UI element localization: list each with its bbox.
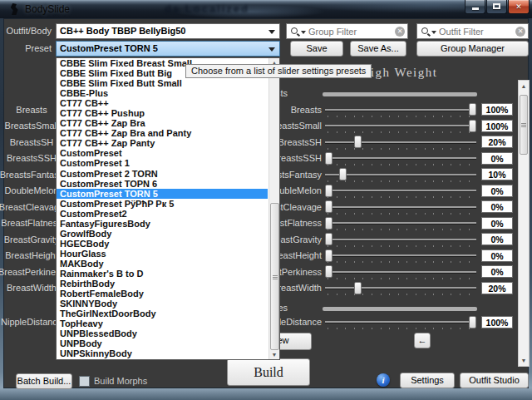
preset-list-item[interactable]: MAKBody xyxy=(57,259,268,269)
preset-list-item[interactable]: UNPSkinnyBody xyxy=(57,348,268,358)
slider-value[interactable]: 0% xyxy=(481,233,513,245)
save-button[interactable]: Save xyxy=(290,41,343,57)
scroll-down-icon[interactable]: ▼ xyxy=(269,350,279,359)
preset-list-item[interactable]: CustomPreset2 xyxy=(57,209,268,219)
slider-thumb[interactable] xyxy=(469,103,476,116)
slider-value[interactable]: 0% xyxy=(481,217,513,230)
outfit-body-combobox[interactable]: CB++ Body TBBP BellyBig50 xyxy=(56,23,280,39)
preset-list-item[interactable]: UNPBody xyxy=(57,338,268,348)
scroll-up-icon[interactable]: ▲ xyxy=(519,81,529,91)
slider-track[interactable] xyxy=(325,157,476,159)
slider-thumb[interactable] xyxy=(325,233,332,245)
slider-value[interactable]: 20% xyxy=(481,282,513,294)
preset-list-item[interactable]: TopHeavy xyxy=(57,319,268,328)
slider-track[interactable] xyxy=(325,190,476,191)
preset-list-item[interactable]: HourGlass xyxy=(57,249,268,259)
slider-thumb[interactable] xyxy=(354,136,362,148)
preset-list-item[interactable]: CT77 CB++ Pushup xyxy=(57,108,268,118)
slider-value[interactable]: 0% xyxy=(481,152,513,165)
preset-list-item[interactable]: CustomPreset 1 xyxy=(57,158,268,168)
preset-list-item[interactable]: CustomPreset xyxy=(57,148,268,158)
preset-list-item[interactable]: CT77 CB++ Zap Panty xyxy=(57,138,268,148)
maximize-icon xyxy=(493,3,500,9)
preset-value: CustomPreset TORN 5 xyxy=(60,43,158,53)
preset-list-item[interactable]: CBBE Slim Fixed Butt Small xyxy=(57,78,268,88)
slider-track[interactable] xyxy=(325,125,476,126)
slider-thumb[interactable] xyxy=(325,185,332,197)
save-as-button[interactable]: Save As... xyxy=(350,41,406,57)
clear-icon[interactable]: ✕ xyxy=(395,27,405,37)
slider-back-button[interactable]: ← xyxy=(414,333,431,348)
preset-list-item[interactable]: FantasyFiguresBody xyxy=(57,219,268,229)
title-bar[interactable]: ds Localized BodySlide ✕ xyxy=(0,0,532,18)
slider-thumb[interactable] xyxy=(325,217,332,230)
outfit-filter-input[interactable] xyxy=(439,25,513,37)
preset-list-item[interactable]: RebirthBody xyxy=(57,279,268,289)
slider-value[interactable]: 100% xyxy=(481,316,513,328)
preset-list-item[interactable]: Rainmaker's B to D xyxy=(57,269,268,279)
group-manager-button[interactable]: Group Manager xyxy=(416,41,529,57)
preset-list-item[interactable]: CustomPreset PÿPħP Pк 5 xyxy=(57,199,268,209)
slider-value[interactable]: 0% xyxy=(481,265,513,278)
slider-value[interactable]: 10% xyxy=(481,168,513,180)
slider-value[interactable]: 100% xyxy=(481,120,513,132)
slider-thumb[interactable] xyxy=(354,282,362,294)
build-button[interactable]: Build xyxy=(227,358,310,386)
clear-icon[interactable]: ✕ xyxy=(515,27,525,37)
slider-track[interactable] xyxy=(325,141,476,143)
slider-panel-scrollbar[interactable]: ▲ ▼ xyxy=(518,80,530,367)
maximize-button[interactable] xyxy=(486,0,507,14)
slider-track[interactable] xyxy=(325,271,476,273)
preset-list-item[interactable]: CustomPreset TOPN 6 xyxy=(57,179,268,189)
preset-list-item[interactable]: TheGirlNextDoorBody xyxy=(57,309,268,319)
preset-list-item[interactable]: CBBE-Plus xyxy=(57,88,268,98)
slider-ticks xyxy=(328,116,475,117)
slider-track[interactable] xyxy=(325,174,476,175)
scrollbar-thumb[interactable] xyxy=(520,95,528,155)
batch-build-button[interactable]: Batch Build... xyxy=(16,373,72,389)
settings-button[interactable]: Settings xyxy=(400,373,455,388)
preset-list-item[interactable]: CustomPreset 2 TORN xyxy=(57,169,268,179)
slider-value[interactable]: 100% xyxy=(481,103,513,116)
slider-ticks xyxy=(328,164,475,165)
slider-thumb[interactable] xyxy=(469,120,476,132)
slider-thumb[interactable] xyxy=(469,316,476,328)
slider-track[interactable] xyxy=(325,239,476,240)
slider-track[interactable] xyxy=(325,287,476,289)
slider-track[interactable] xyxy=(325,206,476,208)
slider-value[interactable]: 0% xyxy=(481,200,513,213)
group-filter-input[interactable] xyxy=(308,25,392,37)
slider-value[interactable]: 20% xyxy=(481,136,513,148)
preset-list-item[interactable]: CT77 CB++ Zap Bra xyxy=(57,118,268,128)
slider-track[interactable] xyxy=(325,109,476,111)
slider-value[interactable]: 0% xyxy=(481,185,513,197)
preset-list-item[interactable]: RobertFemaleBody xyxy=(57,289,268,299)
slider-track[interactable] xyxy=(325,254,476,256)
slider-track[interactable] xyxy=(325,321,476,323)
preset-list-item[interactable]: CT77 CB++ xyxy=(57,98,268,108)
scrollbar-thumb[interactable] xyxy=(270,203,279,350)
minimize-button[interactable] xyxy=(465,0,485,14)
close-button[interactable]: ✕ xyxy=(508,0,530,14)
dropdown-scrollbar[interactable]: ▲ ▼ xyxy=(268,58,279,359)
preset-list-item[interactable]: SKINNYBody xyxy=(57,299,268,309)
slider-thumb[interactable] xyxy=(339,168,347,180)
build-morphs-checkbox[interactable] xyxy=(79,376,90,387)
search-options-arrow-icon[interactable] xyxy=(301,31,306,34)
preset-list-item[interactable]: CustomPreset TORN 5 xyxy=(57,189,268,199)
slider-thumb[interactable] xyxy=(325,200,332,213)
preset-list-item[interactable]: HGECBody xyxy=(57,239,268,249)
slider-thumb[interactable] xyxy=(325,249,332,262)
preset-list-item[interactable]: UNPBlessedBody xyxy=(57,328,268,338)
outfit-studio-button[interactable]: Outfit Studio xyxy=(460,373,529,388)
preset-combobox[interactable]: CustomPreset TORN 5 xyxy=(56,41,280,57)
slider-thumb[interactable] xyxy=(325,265,332,278)
info-icon[interactable]: i xyxy=(377,373,390,387)
slider-thumb[interactable] xyxy=(325,152,332,165)
scroll-down-icon[interactable]: ▼ xyxy=(519,356,529,365)
preset-list-item[interactable]: CT77 CB++ Zap Bra and Panty xyxy=(57,128,268,138)
search-options-arrow-icon[interactable] xyxy=(431,31,436,34)
slider-value[interactable]: 0% xyxy=(481,249,513,262)
preset-list-item[interactable]: GrowlfBody xyxy=(57,229,268,239)
slider-track[interactable] xyxy=(325,222,476,224)
